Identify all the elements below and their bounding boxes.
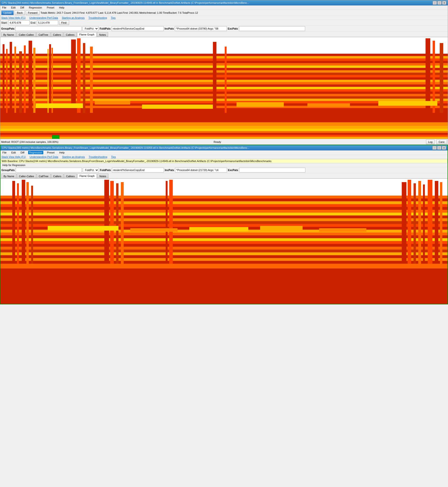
tab-calltree-1[interactable]: CallTree <box>36 32 50 37</box>
svg-rect-87 <box>12 181 15 264</box>
foldpct-dropdown-2[interactable]: FoldPct <box>83 168 99 172</box>
nav-stackview-1[interactable]: Stack View Help (F1) <box>1 16 25 19</box>
foldpct-dropdown-1[interactable]: FoldPct <box>83 26 99 31</box>
menu-bar-2: File Edit Diff Regression Preset Help <box>0 151 448 155</box>
nav-perfdata-1[interactable]: Understanding Perf Data <box>29 16 58 19</box>
menu-edit-1[interactable]: Edit <box>10 6 16 9</box>
minimize-btn-1[interactable]: ─ <box>433 1 437 5</box>
title-bar-1: CPU Stacks(244 metric) MicroBenchmarks.S… <box>0 0 448 5</box>
svg-rect-29 <box>0 61 448 63</box>
nav-perfdata-2[interactable]: Understanding Perf Data <box>30 155 58 158</box>
nav-troubleshooting-1[interactable]: Troubleshooting <box>88 16 107 19</box>
svg-rect-37 <box>19 51 22 113</box>
svg-rect-36 <box>15 47 16 113</box>
toolbar-1: Update Back Forward Totals Metric: 243.7… <box>0 10 448 16</box>
svg-rect-4 <box>0 129 448 131</box>
menu-file-2[interactable]: File <box>1 151 8 154</box>
incpats-input-2[interactable] <box>175 168 227 172</box>
svg-rect-67 <box>0 249 448 252</box>
foldpats-input-1[interactable] <box>112 26 164 31</box>
title-bar-2: CPU Stacks(305 metric) MicroBenchmarks.S… <box>0 145 448 151</box>
svg-rect-55 <box>142 104 213 109</box>
minimize-btn-2[interactable]: ─ <box>432 146 437 150</box>
svg-rect-71 <box>0 238 448 241</box>
start-input-1[interactable] <box>8 20 30 25</box>
incpats-input-1[interactable] <box>175 26 227 31</box>
nav-troubleshooting-2[interactable]: Troubleshooting <box>89 155 107 158</box>
nav-starting-1[interactable]: Starting an Analysis <box>62 16 85 19</box>
incpats-label-2: IncPats <box>165 169 174 171</box>
svg-rect-56 <box>237 102 284 107</box>
svg-rect-79 <box>0 216 448 218</box>
excpats-label-1: ExcPats <box>228 27 238 30</box>
nav-starting-2[interactable]: Starting an Analysis <box>62 155 85 158</box>
menu-preset-2[interactable]: Preset <box>46 151 56 154</box>
svg-rect-110 <box>319 228 366 232</box>
svg-rect-80 <box>0 213 448 216</box>
menu-regression-1[interactable]: Regression <box>28 6 43 9</box>
tab-callees-2[interactable]: Callees <box>64 174 77 178</box>
nav-links-2: Stack View Help (F1) Understanding Perf … <box>0 155 448 159</box>
grouppats-input-1[interactable] <box>15 26 82 31</box>
menu-help-1[interactable]: Help <box>58 6 65 9</box>
start-label-1: Start: <box>1 21 7 24</box>
forward-btn-1[interactable]: Forward <box>26 10 40 15</box>
excpats-input-1[interactable] <box>239 26 305 31</box>
tab-callees-1[interactable]: Callees <box>64 32 77 37</box>
back-btn-1[interactable]: Back <box>15 10 24 15</box>
svg-rect-30 <box>0 58 448 61</box>
status-bar-1: Method: ROOT (244 inclusive samples, 100… <box>0 139 448 144</box>
svg-rect-70 <box>0 241 448 244</box>
foldpats-input-2[interactable] <box>112 168 164 172</box>
menu-diff-2[interactable]: Diff <box>20 151 25 154</box>
svg-rect-45 <box>213 42 216 113</box>
tab-byname-1[interactable]: By Name <box>1 32 16 37</box>
close-btn-1[interactable]: ✕ <box>442 1 446 5</box>
tab-flamegraph-2[interactable]: Flame Graph <box>77 174 97 178</box>
filter-bar-1: GroupPats FoldPct FoldPats IncPats ExcPa… <box>0 26 448 32</box>
tab-notes-1[interactable]: Notes <box>97 32 108 37</box>
menu-help-2[interactable]: Help <box>58 151 65 154</box>
svg-rect-7 <box>0 135 448 137</box>
tab-notes-2[interactable]: Notes <box>97 174 108 178</box>
end-input-1[interactable] <box>37 20 58 25</box>
tab-callercallee-2[interactable]: Caller-Callee <box>17 174 36 178</box>
window2-title: CPU Stacks(305 metric) MicroBenchmarks.S… <box>2 146 432 149</box>
tab-callers-1[interactable]: Callers <box>51 32 63 37</box>
svg-rect-108 <box>189 227 248 231</box>
svg-rect-31 <box>0 56 448 58</box>
svg-rect-58 <box>378 101 437 106</box>
maximize-btn-2[interactable]: □ <box>437 146 441 150</box>
svg-rect-24 <box>0 73 448 75</box>
maximize-btn-1[interactable]: □ <box>437 1 442 5</box>
menu-preset-1[interactable]: Preset <box>46 6 55 9</box>
grouppats-input-2[interactable] <box>16 168 82 172</box>
flame-graph-2[interactable] <box>0 179 448 304</box>
tab-callercallee-1[interactable]: Caller-Callee <box>16 32 36 37</box>
cancel-btn-1[interactable]: Canc <box>436 140 447 144</box>
nav-tips-2[interactable]: Tips <box>111 155 116 158</box>
flame-graph-1[interactable] <box>0 37 448 139</box>
log-btn-1[interactable]: Log <box>426 140 434 144</box>
close-btn-2[interactable]: ✕ <box>442 146 446 150</box>
svg-rect-84 <box>0 201 448 204</box>
svg-rect-102 <box>423 184 425 264</box>
svg-rect-107 <box>130 228 178 232</box>
update-btn-1[interactable]: Update <box>1 10 14 15</box>
svg-rect-9 <box>0 108 448 113</box>
tab-flamegraph-1[interactable]: Flame Graph <box>77 32 96 37</box>
find-btn-1[interactable]: Find: <box>59 20 69 25</box>
menu-regression-2[interactable]: Regression <box>28 151 43 154</box>
tab-byname-2[interactable]: By Name <box>1 174 16 178</box>
nav-stackview-2[interactable]: Stack View Help (F1) <box>1 155 26 158</box>
tab-callers-2[interactable]: Callers <box>51 174 63 178</box>
menu-diff-1[interactable]: Diff <box>19 6 25 9</box>
menu-edit-2[interactable]: Edit <box>10 151 17 154</box>
nav-tips-1[interactable]: Tips <box>111 16 115 19</box>
svg-rect-17 <box>0 89 448 92</box>
svg-rect-54 <box>95 101 130 104</box>
excpats-input-2[interactable] <box>239 168 305 172</box>
svg-rect-89 <box>22 180 25 264</box>
tab-calltree-2[interactable]: CallTree <box>37 174 51 178</box>
menu-file-1[interactable]: File <box>1 6 7 9</box>
